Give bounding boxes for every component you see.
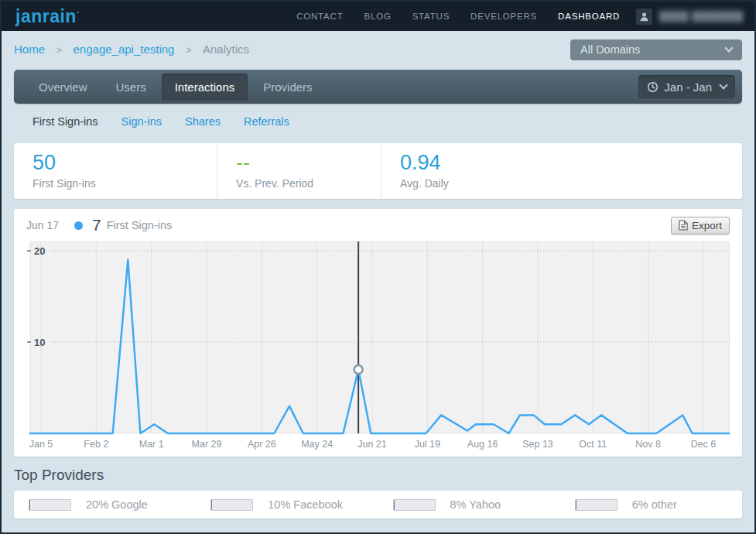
stat-first-sign-ins: 50 First Sign-ins [14,143,217,199]
tab-users[interactable]: Users [103,74,159,101]
breadcrumb-app[interactable]: engage_api_testing [74,43,175,56]
hovered-value: 7 [92,216,101,234]
svg-text:Nov 8: Nov 8 [635,439,661,450]
series-legend-dot [74,221,83,230]
logo-mark: · [77,6,80,18]
subtab-first-sign-ins[interactable]: First Sign-ins [32,115,98,128]
user-menu[interactable]: ████ ███████ [636,9,744,25]
tab-overview[interactable]: Overview [26,74,101,101]
top-providers-card: 20% Google 10% Facebook 8% Yahoo 6% othe… [14,491,742,519]
main-content: Overview Users Interactions Providers Ja… [2,70,754,484]
subtab-shares[interactable]: Shares [185,115,221,128]
stat-avg-daily: 0.94 Avg. Daily [381,143,742,199]
chart-header: Jun 17 7 First Sign-ins Export [14,209,742,241]
provider-label: 8% Yahoo [450,498,501,511]
subtab-referrals[interactable]: Referrals [244,115,289,128]
provider-share-bar [393,499,436,511]
top-navbar: janrain· CONTACT BLOG STATUS DEVELOPERS … [2,2,754,31]
breadcrumb-home[interactable]: Home [14,43,45,56]
chevron-down-icon [724,43,733,52]
stat-value: 50 [32,152,217,175]
provider-label: 10% Facebook [268,498,343,511]
provider-label: 6% other [632,498,677,511]
export-button-label: Export [692,220,722,231]
svg-text:Mar 1: Mar 1 [139,439,164,450]
series-name-label: First Sign-ins [107,219,173,231]
svg-text:Jun 21: Jun 21 [357,439,387,450]
janrain-logo[interactable]: janrain· [15,7,80,26]
svg-text:Jan 5: Jan 5 [29,439,53,450]
chevron-down-icon [719,80,727,89]
breadcrumb-separator: > [56,44,62,56]
subtab-sign-ins[interactable]: Sign-ins [121,115,162,128]
nav-item-developers[interactable]: DEVELOPERS [470,12,537,21]
tab-providers[interactable]: Providers [250,74,325,101]
provider-share-fill [576,500,576,511]
domain-filter-value: All Domains [580,43,640,56]
provider-share-bar [575,499,617,511]
hovered-date-label: Jun 17 [26,219,65,231]
nav-item-dashboard[interactable]: DASHBOARD [558,12,620,21]
stat-value: -- [236,152,381,175]
breadcrumb: Home > engage_api_testing > Analytics [14,43,249,56]
first-sign-ins-chart-card: Jun 17 7 First Sign-ins Export Jan 5Feb … [14,209,742,457]
svg-text:Oct 11: Oct 11 [579,439,607,450]
provider-share-fill [29,500,30,511]
stat-label: Vs. Prev. Period [236,177,381,190]
provider-item-facebook: 10% Facebook [196,498,378,511]
date-range-value: Jan - Jan [664,80,712,94]
svg-text:Dec 6: Dec 6 [691,439,717,450]
metric-subtabs: First Sign-ins Sign-ins Shares Referrals [14,104,742,139]
svg-text:Aug 16: Aug 16 [467,439,498,450]
document-icon [679,220,688,231]
svg-text:Sep 13: Sep 13 [522,439,553,450]
provider-share-fill [394,500,395,511]
nav-item-blog[interactable]: BLOG [364,12,391,21]
nav-item-status[interactable]: STATUS [412,12,450,21]
top-nav-links: CONTACT BLOG STATUS DEVELOPERS DASHBOARD [296,12,620,21]
svg-text:Mar 29: Mar 29 [192,439,222,450]
user-avatar-icon [636,9,652,25]
provider-label: 20% Google [86,498,148,511]
domain-filter-dropdown[interactable]: All Domains [570,39,742,60]
export-button[interactable]: Export [671,217,730,234]
provider-item-google: 20% Google [14,498,196,511]
svg-text:20: 20 [34,245,45,257]
tab-interactions[interactable]: Interactions [162,74,248,101]
janrain-dashboard: { "navbar": { "logo": "janrain", "logo_m… [0,0,756,534]
stat-label: Avg. Daily [400,177,742,190]
stat-label: First Sign-ins [32,177,217,190]
user-name-redacted: ████ ███████ [659,11,744,22]
svg-text:May 24: May 24 [301,439,333,450]
provider-item-yahoo: 8% Yahoo [378,498,560,511]
date-range-dropdown[interactable]: Jan - Jan [638,75,735,98]
provider-share-fill [211,500,212,511]
breadcrumb-bar: Home > engage_api_testing > Analytics Al… [2,31,754,68]
svg-text:Apr 26: Apr 26 [248,439,276,450]
provider-item-other: 6% other [560,498,742,511]
primary-tabbar: Overview Users Interactions Providers Ja… [14,70,742,104]
stat-value: 0.94 [400,152,742,175]
breadcrumb-separator: > [186,44,192,56]
provider-share-bar [29,499,71,511]
provider-share-bar [210,499,253,511]
breadcrumb-current-analytics: Analytics [203,43,249,56]
nav-item-contact[interactable]: CONTACT [296,12,343,21]
stat-vs-prev-period: -- Vs. Prev. Period [217,143,381,199]
clock-icon [647,81,659,93]
stats-summary-card: 50 First Sign-ins -- Vs. Prev. Period 0.… [14,143,742,199]
top-providers-heading: Top Providers [14,467,742,484]
svg-text:Jul 19: Jul 19 [415,439,440,450]
signin-line-chart[interactable]: Jan 5Feb 2Mar 1Mar 29Apr 26May 24Jun 21J… [27,241,742,454]
svg-text:Feb 2: Feb 2 [84,439,108,450]
svg-text:10: 10 [34,337,45,348]
